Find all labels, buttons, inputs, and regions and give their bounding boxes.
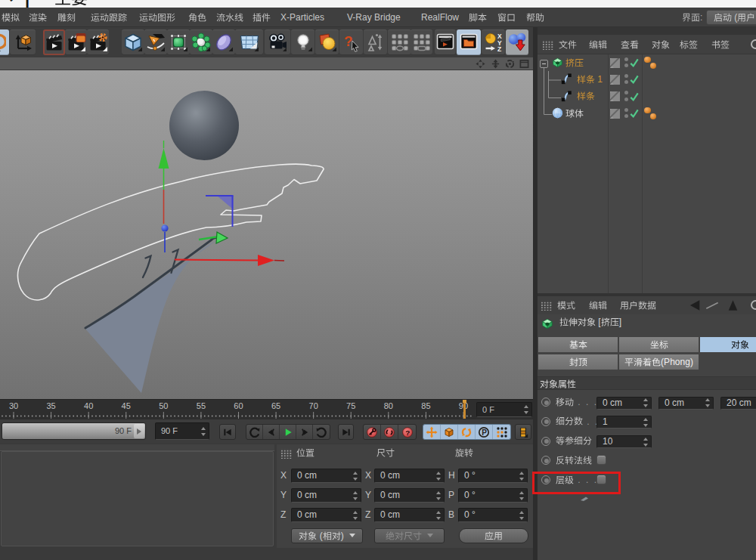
- viewport-maximize-icon[interactable]: [519, 59, 529, 69]
- toolbar-button-workplane[interactable]: [364, 29, 387, 55]
- toolbar-button-monitor[interactable]: [435, 29, 456, 55]
- transport-record-options[interactable]: [398, 425, 416, 439]
- panel-grip-icon[interactable]: [541, 301, 552, 311]
- object-manager-tree[interactable]: 1: [538, 54, 756, 293]
- transport-next-key[interactable]: [296, 425, 313, 439]
- toolbar-button-deformer[interactable]: [190, 29, 212, 55]
- coord-field-Z[interactable]: 0 cm: [374, 508, 445, 522]
- menu-item-1[interactable]: [2, 8, 20, 27]
- viewport-orbit-icon[interactable]: [505, 59, 515, 69]
- spinner-icon[interactable]: [436, 491, 442, 500]
- tag-ball[interactable]: [644, 107, 651, 114]
- transport-play[interactable]: [280, 425, 296, 439]
- coord-field-Y[interactable]: 0 cm: [374, 488, 445, 503]
- tab-2[interactable]: [619, 337, 699, 352]
- toolbar-button-array2[interactable]: [411, 29, 432, 55]
- transport-filmstrip[interactable]: [515, 424, 531, 440]
- attr-field[interactable]: 1: [596, 416, 652, 429]
- timeline-end-field[interactable]: 0 F: [476, 402, 532, 417]
- interface-dropdown[interactable]: (: [706, 10, 756, 25]
- frame-field[interactable]: 90 F: [155, 422, 209, 440]
- transport-key-scale[interactable]: [441, 425, 458, 439]
- menu-item-6[interactable]: [188, 8, 206, 27]
- spinner-icon[interactable]: [643, 438, 649, 447]
- spinner-icon[interactable]: [201, 427, 206, 436]
- enabled-check-icon[interactable]: [630, 109, 639, 118]
- tag-ball[interactable]: [650, 63, 657, 70]
- menu-item-7[interactable]: [216, 8, 243, 27]
- transport-record-key[interactable]: [364, 425, 381, 439]
- transport-go-end[interactable]: [338, 424, 354, 440]
- object-row-球体[interactable]: [538, 105, 756, 122]
- menu-item-14[interactable]: [526, 8, 544, 27]
- am-menu-2[interactable]: [589, 296, 607, 314]
- om-menu-2[interactable]: [589, 35, 607, 54]
- toolbar-button-render-view[interactable]: [43, 29, 65, 55]
- viewport-pan-icon[interactable]: [476, 59, 485, 69]
- keyframe-radio-icon[interactable]: [541, 456, 550, 465]
- visibility-dot-editor[interactable]: [624, 91, 628, 94]
- coord-button-1[interactable]: (): [291, 528, 363, 543]
- layer-swatch[interactable]: [610, 91, 620, 101]
- toolbar-button-spheres[interactable]: [506, 29, 528, 55]
- spinner-icon[interactable]: [705, 398, 711, 407]
- tab-3[interactable]: [700, 337, 756, 352]
- om-menu-1[interactable]: [559, 35, 577, 54]
- viewport-dolly-icon[interactable]: [491, 59, 500, 69]
- spinner-icon[interactable]: [524, 405, 529, 414]
- spinner-icon[interactable]: [519, 491, 525, 500]
- transport-loop[interactable]: [246, 425, 263, 439]
- timeline-slider[interactable]: 90 F: [2, 422, 146, 440]
- parent-up-icon[interactable]: [727, 299, 739, 311]
- coord-field-P[interactable]: 0 °: [458, 488, 528, 503]
- transport-key-parameter[interactable]: [476, 425, 493, 439]
- tab-row2-1[interactable]: [538, 354, 618, 370]
- visibility-dot-render[interactable]: [624, 114, 628, 118]
- toolbar-button-sky[interactable]: [315, 29, 339, 55]
- menu-item-8[interactable]: [253, 8, 271, 27]
- toolbar-button-render-picture[interactable]: [65, 29, 87, 55]
- object-row-样条1[interactable]: 1: [538, 71, 756, 88]
- transport-key-position[interactable]: [423, 425, 441, 439]
- menu-item-11[interactable]: RealFlow: [421, 8, 459, 27]
- object-name[interactable]: [565, 108, 584, 119]
- attr-field[interactable]: 0 cm: [658, 397, 714, 410]
- menu-item-5[interactable]: [139, 8, 175, 27]
- spinner-icon[interactable]: [436, 511, 442, 520]
- tag-ball[interactable]: [644, 57, 651, 63]
- am-search-icon[interactable]: [751, 300, 756, 310]
- menu-item-3[interactable]: [57, 8, 76, 27]
- object-name[interactable]: [577, 91, 595, 102]
- am-menu-3[interactable]: [620, 296, 656, 314]
- toolbar-button-undo-partial[interactable]: [0, 29, 9, 55]
- history-forward-icon[interactable]: [705, 301, 720, 310]
- menu-item-13[interactable]: [497, 8, 516, 27]
- om-menu-5[interactable]: [680, 35, 698, 54]
- tab-row2-2[interactable]: (Phong): [619, 354, 699, 370]
- spinner-icon[interactable]: [353, 491, 358, 500]
- toolbar-button-render-settings[interactable]: [87, 29, 109, 55]
- spinner-icon[interactable]: [643, 418, 649, 427]
- transport-go-start[interactable]: [219, 424, 236, 440]
- viewport[interactable]: [0, 57, 533, 399]
- tab-1[interactable]: [538, 337, 618, 352]
- visibility-dot-editor[interactable]: [624, 57, 628, 61]
- object-row-挤压[interactable]: [538, 54, 756, 71]
- transport-key-rotation[interactable]: [458, 425, 476, 439]
- coord-button-2[interactable]: [374, 528, 445, 543]
- toolbar-button-folder[interactable]: [457, 29, 481, 55]
- scene-sphere[interactable]: [169, 91, 239, 160]
- layer-swatch[interactable]: [610, 109, 620, 119]
- panel-grip-icon[interactable]: [280, 449, 292, 459]
- toolbar-button-cube[interactable]: [122, 29, 144, 55]
- transport-key-pla[interactable]: [493, 425, 510, 439]
- om-menu-4[interactable]: [652, 35, 670, 54]
- visibility-dot-render[interactable]: [624, 63, 628, 67]
- coord-field-X[interactable]: 0 cm: [374, 469, 445, 483]
- toolbar-button-camera[interactable]: [265, 29, 290, 55]
- am-menu-1[interactable]: [557, 296, 575, 314]
- om-menu-6[interactable]: [711, 35, 730, 54]
- enabled-check-icon[interactable]: [630, 75, 639, 84]
- object-row-样条[interactable]: [538, 88, 756, 105]
- toolbar-button-pen[interactable]: [144, 29, 167, 55]
